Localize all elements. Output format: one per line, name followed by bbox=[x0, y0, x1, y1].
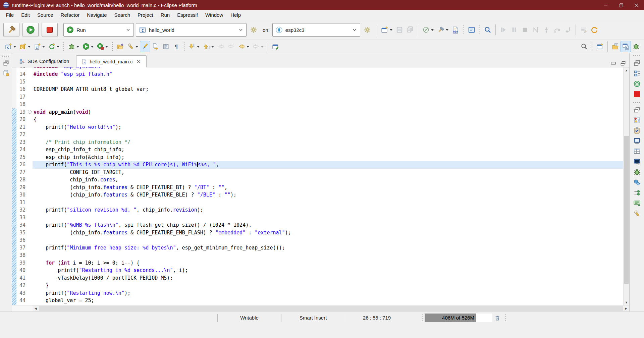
drag-handle[interactable] bbox=[505, 314, 506, 322]
search-flashlight-icon[interactable] bbox=[125, 41, 140, 52]
code-text[interactable]: esp_chip_info(&chip_info); bbox=[33, 154, 629, 161]
new-c-file-icon[interactable]: C bbox=[32, 41, 47, 52]
show-whitespace-icon[interactable]: ¶ bbox=[171, 41, 181, 52]
step-into-icon[interactable] bbox=[541, 24, 552, 36]
code-text[interactable]: /* Print chip information */ bbox=[33, 138, 629, 146]
code-line-15[interactable]: 15 bbox=[12, 78, 629, 86]
scroll-right-icon[interactable]: ▶ bbox=[623, 305, 629, 312]
forward-history-disabled-icon[interactable] bbox=[226, 41, 236, 52]
dropdown-arrow-icon[interactable] bbox=[13, 46, 16, 49]
close-tab-icon[interactable]: ✕ bbox=[136, 59, 142, 64]
code-text[interactable]: (chip_info.features & CHIP_FEATURE_EMB_F… bbox=[33, 229, 629, 237]
code-text[interactable]: #include "esp_spi_flash.h" bbox=[33, 70, 629, 78]
drag-handle[interactable] bbox=[479, 25, 480, 34]
code-text[interactable] bbox=[33, 251, 629, 259]
save-icon[interactable] bbox=[394, 24, 405, 36]
code-line-17[interactable]: 17 bbox=[12, 93, 629, 101]
code-line-24[interactable]: 24 esp_chip_info_t chip_info; bbox=[12, 146, 629, 154]
restart-icon[interactable] bbox=[589, 24, 600, 36]
minimize-editor-icon[interactable] bbox=[610, 60, 616, 67]
code-line-43[interactable]: 43 printf("Restarting now.\n"); bbox=[12, 289, 629, 297]
horizontal-scroll-thumb[interactable] bbox=[39, 306, 623, 311]
code-line-18[interactable]: 18 bbox=[12, 101, 629, 108]
code-text[interactable]: printf("silicon revision %d, ", chip_inf… bbox=[33, 206, 629, 214]
debug-icon[interactable] bbox=[66, 41, 81, 52]
suspend-icon[interactable] bbox=[509, 24, 520, 36]
dropdown-arrow-icon[interactable] bbox=[446, 29, 448, 32]
code-text[interactable]: COREDUMP_DRAM_ATTR uint8_t global_var; bbox=[33, 86, 629, 93]
code-line-25[interactable]: 25 esp_chip_info(&chip_info); bbox=[12, 154, 629, 161]
save-all-icon[interactable] bbox=[405, 24, 416, 36]
step-filters-icon[interactable] bbox=[530, 24, 541, 36]
code-text[interactable]: CONFIG_IDF_TARGET, bbox=[33, 169, 629, 176]
code-text[interactable]: for (int i = 10; i >= 0; i--) { bbox=[33, 259, 629, 267]
menu-window[interactable]: Window bbox=[202, 11, 227, 19]
breakpoints-view-icon[interactable] bbox=[632, 177, 642, 187]
step-over-icon[interactable] bbox=[552, 24, 562, 36]
vertical-scrollbar[interactable]: ▲ ▼ bbox=[623, 67, 629, 305]
launch-button[interactable] bbox=[22, 23, 39, 37]
close-button[interactable] bbox=[629, 0, 644, 10]
code-line-13[interactable]: 13#include "esp_system.h" bbox=[12, 67, 629, 70]
code-text[interactable] bbox=[33, 93, 629, 101]
restore-button[interactable] bbox=[613, 0, 629, 10]
code-line-27[interactable]: 27 CONFIG_IDF_TARGET, bbox=[12, 169, 629, 176]
scroll-down-icon[interactable]: ▼ bbox=[624, 299, 629, 305]
drag-handle[interactable] bbox=[633, 102, 641, 103]
code-line-30[interactable]: 30 (chip_info.features & CHIP_FEATURE_BL… bbox=[12, 191, 629, 199]
open-element-icon[interactable] bbox=[115, 41, 125, 52]
peripherals-view-icon[interactable] bbox=[632, 187, 642, 198]
debug-perspective-icon[interactable] bbox=[631, 41, 641, 52]
resume-icon[interactable] bbox=[498, 24, 509, 36]
code-text[interactable]: chip_info.cores, bbox=[33, 176, 629, 184]
menu-refactor[interactable]: Refactor bbox=[57, 11, 84, 19]
code-line-16[interactable]: 16COREDUMP_DRAM_ATTR uint8_t global_var; bbox=[12, 86, 629, 93]
pin-console-icon[interactable] bbox=[578, 24, 589, 36]
horizontal-scrollbar[interactable]: ◀ ▶ bbox=[12, 305, 629, 312]
code-text[interactable]: global_var = 25; bbox=[33, 297, 629, 304]
code-line-40[interactable]: 40 printf("Restarting in %d seconds...\n… bbox=[12, 267, 629, 274]
back-history-disabled-icon[interactable] bbox=[216, 41, 226, 52]
dropdown-arrow-icon[interactable] bbox=[76, 46, 79, 49]
drag-handle[interactable] bbox=[2, 56, 10, 57]
code-line-19[interactable]: 19−void app_main(void) bbox=[12, 108, 629, 116]
menu-project[interactable]: Project bbox=[134, 11, 157, 19]
resource-perspective-icon[interactable] bbox=[610, 41, 621, 52]
maximize-editor-icon[interactable] bbox=[620, 60, 626, 67]
dropdown-arrow-icon[interactable] bbox=[42, 46, 45, 49]
search-view-icon[interactable] bbox=[632, 208, 642, 219]
launch-config-combo[interactable]: C hello_world bbox=[136, 23, 247, 37]
code-text[interactable]: printf("Restarting now.\n"); bbox=[33, 289, 629, 297]
console-view-icon[interactable] bbox=[632, 135, 642, 146]
step-return-icon[interactable] bbox=[562, 24, 573, 36]
binary-file-icon[interactable]: 010 bbox=[450, 24, 461, 36]
new-c-folder-icon[interactable]: C bbox=[18, 41, 32, 52]
debug-view-icon[interactable] bbox=[632, 167, 642, 177]
tasks-view-icon[interactable] bbox=[632, 125, 642, 135]
code-line-29[interactable]: 29 (chip_info.features & CHIP_FEATURE_BT… bbox=[12, 184, 629, 191]
tab-sdk-configuration[interactable]: SDK Configuration bbox=[14, 55, 74, 67]
drag-handle[interactable] bbox=[112, 42, 113, 51]
code-line-44[interactable]: 44 global_var = 25; bbox=[12, 297, 629, 304]
code-line-20[interactable]: 20{ bbox=[12, 116, 629, 123]
fold-collapse-icon[interactable]: − bbox=[28, 110, 32, 114]
code-line-31[interactable]: 31 bbox=[12, 199, 629, 207]
next-annotation-icon[interactable] bbox=[187, 41, 201, 52]
minimize-button[interactable] bbox=[598, 0, 613, 10]
dropdown-arrow-icon[interactable] bbox=[105, 46, 108, 49]
menu-search[interactable]: Search bbox=[110, 11, 134, 19]
link-editor-icon[interactable] bbox=[150, 41, 161, 52]
new-window-icon[interactable] bbox=[379, 24, 394, 36]
drag-handle[interactable] bbox=[591, 42, 593, 51]
forward-icon[interactable] bbox=[251, 41, 265, 52]
open-perspective-icon[interactable] bbox=[595, 41, 605, 52]
code-text[interactable]: printf("Minimum free heap size: %d bytes… bbox=[33, 244, 629, 252]
scroll-up-icon[interactable]: ▲ bbox=[624, 67, 629, 73]
dropdown-arrow-icon[interactable] bbox=[261, 46, 264, 49]
code-line-14[interactable]: 14#include "esp_spi_flash.h" bbox=[12, 70, 629, 78]
c-perspective-icon[interactable]: C bbox=[621, 41, 631, 52]
menu-espressif[interactable]: Espressif bbox=[173, 11, 202, 19]
code-line-32[interactable]: 32 printf("silicon revision %d, ", chip_… bbox=[12, 206, 629, 214]
code-line-22[interactable]: 22 bbox=[12, 131, 629, 138]
code-line-34[interactable]: 34 printf("%dMB %s flash\n", spi_flash_g… bbox=[12, 221, 629, 229]
